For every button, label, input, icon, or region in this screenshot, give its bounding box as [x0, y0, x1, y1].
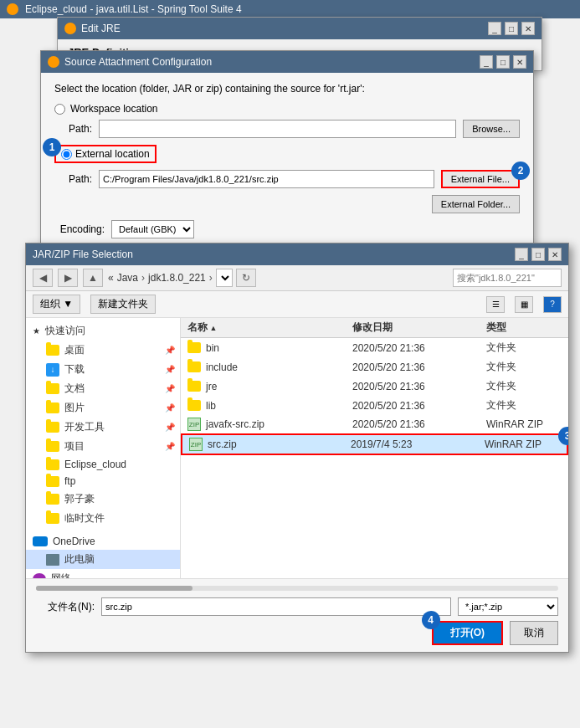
folder-icon: [187, 342, 201, 353]
file-list-header: 名称 修改日期 类型: [181, 318, 568, 338]
fc-minimize-btn[interactable]: _: [515, 248, 528, 261]
sidebar-item-pictures[interactable]: 图片 📌: [26, 398, 180, 418]
sidebar-item-desktop[interactable]: 桌面 📌: [26, 341, 180, 360]
maximize-button[interactable]: □: [505, 22, 518, 35]
zip-icon: ZIP: [187, 418, 201, 431]
edit-jre-titlebar: Edit JRE _ □ ✕: [58, 18, 542, 39]
back-button[interactable]: ◀: [33, 269, 53, 287]
sidebar-item-eclipse-cloud[interactable]: Eclipse_cloud: [26, 456, 180, 473]
encoding-row: Encoding: Default (GBK): [54, 220, 520, 238]
up-button[interactable]: ▲: [83, 269, 103, 287]
src-attach-dialog: Source Attachment Configuration _ □ ✕ Se…: [40, 50, 534, 249]
file-row-include[interactable]: include 2020/5/20 21:36 文件夹: [181, 357, 568, 377]
onedrive-icon: [33, 536, 48, 546]
browse-button[interactable]: Browse...: [463, 120, 520, 138]
sidebar-item-projects[interactable]: 项目 📌: [26, 437, 180, 456]
file-list: 名称 修改日期 类型 bin 2020/5/20 21:36 文件夹 inclu…: [181, 318, 568, 578]
new-folder-button[interactable]: 新建文件夹: [90, 295, 156, 314]
file-row-bin[interactable]: bin 2020/5/20 21:36 文件夹: [181, 338, 568, 357]
path-label-ext: Path:: [54, 173, 92, 185]
file-row-javafx-src[interactable]: ZIP javafx-src.zip 2020/5/20 21:36 WinRA…: [181, 415, 568, 433]
jre-dialog-icon: [64, 23, 76, 34]
organize-button[interactable]: 组织 ▼: [33, 295, 80, 314]
folder-icon: [187, 361, 201, 372]
src-maximize-btn[interactable]: □: [496, 55, 510, 69]
breadcrumb-dropdown[interactable]: ▼: [216, 269, 233, 287]
forward-button[interactable]: ▶: [58, 269, 78, 287]
computer-icon: [46, 554, 59, 566]
zip-icon-selected: ZIP: [189, 438, 203, 451]
cancel-button[interactable]: 取消: [510, 621, 558, 645]
external-path-row: Path: External File... 2: [54, 170, 520, 188]
sidebar-item-computer[interactable]: 此电脑: [26, 550, 180, 569]
ide-titlebar: Eclipse_cloud - java.util.List - Spring …: [0, 0, 580, 18]
file-chooser-titlebar: JAR/ZIP File Selection _ □ ✕: [26, 244, 568, 265]
file-chooser-sidebar: ★ 快速访问 桌面 📌 ↓ 下载 📌 文档 📌 图片 📌: [26, 318, 181, 578]
sidebar-item-temp[interactable]: 临时文件: [26, 509, 180, 528]
sidebar-item-ftp[interactable]: ftp: [26, 473, 180, 490]
help-btn[interactable]: ?: [543, 296, 562, 313]
external-location-radio[interactable]: [61, 149, 72, 160]
file-row-src-zip[interactable]: ZIP src.zip 2019/7/4 5:23 WinRAR ZIP 3: [181, 433, 568, 455]
type-column-header[interactable]: 类型: [486, 320, 562, 335]
file-row-jre[interactable]: jre 2020/5/20 21:36 文件夹: [181, 377, 568, 396]
close-button[interactable]: ✕: [521, 22, 535, 35]
quick-access-header: ★ 快速访问: [26, 321, 180, 341]
filter-select[interactable]: *.jar;*.zip: [458, 597, 558, 616]
folder-icon: [187, 400, 201, 411]
file-chooser-actions: 组织 ▼ 新建文件夹 ☰ ▦ ?: [26, 291, 568, 318]
file-chooser-toolbar: ◀ ▶ ▲ « Java › jdk1.8.0_221 › ▼ ↻: [26, 265, 568, 291]
badge-4: 4: [422, 611, 440, 629]
file-chooser-title: JAR/ZIP File Selection: [33, 249, 133, 260]
edit-jre-title: Edit JRE: [81, 23, 121, 34]
folder-icon: [46, 441, 59, 452]
workspace-radio[interactable]: [54, 104, 65, 115]
name-column-header[interactable]: 名称: [187, 320, 352, 335]
filename-label: 文件名(N):: [36, 600, 95, 614]
view-list-btn[interactable]: ☰: [486, 296, 505, 313]
modified-column-header[interactable]: 修改日期: [352, 320, 486, 335]
src-attach-title: Source Attachment Configuration: [64, 56, 212, 68]
workspace-path-input[interactable]: [99, 120, 456, 138]
file-row-lib[interactable]: lib 2020/5/20 21:36 文件夹: [181, 396, 568, 415]
badge-2: 2: [511, 161, 530, 180]
open-button[interactable]: 打开(O): [432, 621, 503, 645]
scrollbar[interactable]: [36, 586, 558, 591]
external-location-label: External location: [75, 148, 150, 160]
src-minimize-btn[interactable]: _: [480, 55, 493, 69]
network-header[interactable]: 网络: [26, 569, 180, 578]
minimize-button[interactable]: _: [488, 22, 501, 35]
src-attach-titlebar: Source Attachment Configuration _ □ ✕: [41, 51, 533, 73]
folder-icon: [46, 345, 59, 356]
external-path-input[interactable]: [99, 170, 434, 188]
sidebar-item-guozihao[interactable]: 郭子豪: [26, 490, 180, 509]
breadcrumb: « Java › jdk1.8.0_221 › ▼ ↻: [108, 269, 448, 287]
filename-row: 文件名(N): *.jar;*.zip: [36, 597, 558, 616]
view-detail-btn[interactable]: ▦: [515, 296, 533, 313]
filename-input[interactable]: [101, 597, 451, 616]
fc-close-btn[interactable]: ✕: [548, 248, 562, 261]
folder-icon: [46, 494, 59, 505]
badge-1: 1: [43, 138, 61, 156]
src-close-btn[interactable]: ✕: [513, 55, 526, 69]
file-chooser-main: ★ 快速访问 桌面 📌 ↓ 下载 📌 文档 📌 图片 📌: [26, 318, 568, 578]
folder-icon: [46, 476, 59, 487]
sidebar-item-devtools[interactable]: 开发工具 📌: [26, 418, 180, 437]
search-input[interactable]: [453, 269, 562, 287]
download-icon: ↓: [46, 363, 59, 377]
external-location-box: External location: [54, 145, 157, 163]
fc-maximize-btn[interactable]: □: [531, 248, 545, 261]
folder-icon: [46, 422, 59, 433]
encoding-select[interactable]: Default (GBK): [111, 220, 194, 238]
sidebar-item-download[interactable]: ↓ 下载 📌: [26, 360, 180, 379]
footer-buttons: 打开(O) 4 取消: [36, 621, 558, 645]
folder-icon: [187, 381, 201, 392]
eclipse-icon: [7, 3, 18, 15]
file-chooser-dialog: JAR/ZIP File Selection _ □ ✕ ◀ ▶ ▲ « Jav…: [25, 243, 569, 653]
sidebar-item-documents[interactable]: 文档 📌: [26, 379, 180, 398]
external-folder-button[interactable]: External Folder...: [432, 195, 520, 213]
onedrive-header[interactable]: OneDrive: [26, 533, 180, 550]
refresh-button[interactable]: ↻: [236, 269, 256, 287]
external-file-button[interactable]: External File...: [441, 170, 520, 188]
ide-title: Eclipse_cloud - java.util.List - Spring …: [25, 3, 242, 15]
